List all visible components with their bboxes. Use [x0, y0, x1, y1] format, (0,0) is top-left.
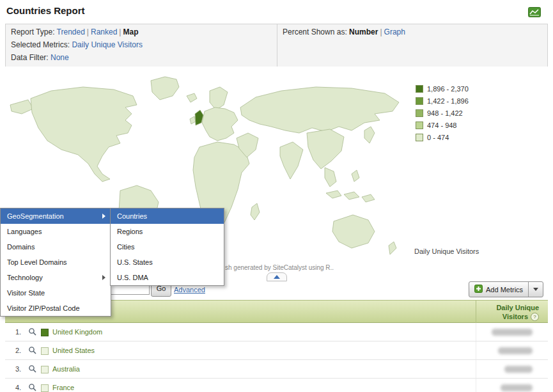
- report-options-left: Report Type: Trended|Ranked|Map Selected…: [6, 24, 277, 67]
- report-type-ranked-link[interactable]: Ranked: [91, 27, 117, 36]
- menu-item-languages[interactable]: Languages: [1, 224, 111, 239]
- map-east-asia: [307, 129, 344, 169]
- legend-swatch: [416, 85, 423, 93]
- report-context-menu: GeoSegmentation Languages Domains Top Le…: [0, 208, 111, 317]
- submenu-arrow-icon: [102, 275, 105, 280]
- row-rank: 1.: [15, 328, 21, 336]
- legend-swatch: [416, 134, 423, 141]
- report-graph-icon[interactable]: [528, 7, 541, 17]
- row-rank: 2.: [15, 347, 21, 354]
- report-type-line: Report Type: Trended|Ranked|Map: [6, 24, 277, 37]
- submenu-arrow-icon: [102, 214, 105, 219]
- percent-graph-link[interactable]: Graph: [384, 27, 405, 36]
- zoom-row-icon[interactable]: [28, 327, 37, 336]
- data-filter-label: Data Filter:: [11, 53, 49, 62]
- country-link[interactable]: United States: [52, 347, 95, 354]
- country-link[interactable]: United Kingdom: [52, 328, 102, 336]
- menu-item-top-level-domains[interactable]: Top Level Domains: [1, 255, 111, 270]
- map-australia: [332, 215, 375, 248]
- table-row: 1. United Kingdom: [5, 323, 548, 341]
- zoom-row-icon[interactable]: [28, 383, 37, 392]
- row-map-swatch: [41, 366, 49, 373]
- map-iceland: [187, 93, 197, 102]
- selected-metrics-line: Selected Metrics: Daily Unique Visitors: [6, 37, 277, 50]
- map-metric-label: Daily Unique Visitors: [414, 247, 479, 255]
- help-icon[interactable]: ?: [531, 313, 539, 321]
- percent-shown-line: Percent Shown as: Number|Graph: [277, 24, 547, 37]
- legend-swatch: [416, 122, 423, 129]
- menu-item-visitor-state[interactable]: Visitor State: [1, 285, 111, 301]
- map-greenland: [151, 77, 179, 100]
- add-metrics-dropdown[interactable]: [528, 282, 543, 297]
- legend-label: 1,896 - 2,370: [427, 85, 469, 93]
- country-link[interactable]: Australia: [52, 365, 80, 373]
- report-type-label: Report Type:: [11, 27, 54, 36]
- submenu-item-countries[interactable]: Countries: [111, 208, 224, 224]
- row-map-swatch: [41, 329, 49, 336]
- data-filter-none-link[interactable]: None: [51, 53, 69, 62]
- legend-item: 1,422 - 1,896: [416, 97, 469, 104]
- page-title: Countries Report: [6, 5, 85, 16]
- map-new-zealand: [389, 242, 396, 255]
- map-se-asia: [325, 168, 336, 187]
- advanced-link[interactable]: Advanced: [174, 286, 205, 294]
- metric-value-redacted: [504, 366, 533, 373]
- data-filter-line: Data Filter: None: [6, 50, 277, 63]
- row-rank: 4.: [15, 384, 21, 391]
- map-philippines: [352, 170, 359, 182]
- add-metrics-icon: [474, 285, 483, 294]
- map-attribution: sh generated by SiteCatalyst using R..: [225, 264, 334, 271]
- legend-item: 474 - 948: [416, 122, 469, 129]
- submenu-item-regions[interactable]: Regions: [111, 224, 224, 239]
- header-column-divider: [476, 301, 476, 324]
- submenu-item-us-states[interactable]: U.S. States: [111, 255, 224, 270]
- legend-label: 1,422 - 1,896: [427, 97, 469, 105]
- legend-item: 0 - 474: [416, 134, 469, 141]
- map-indonesia-1: [326, 191, 341, 198]
- legend-label: 948 - 1,422: [427, 109, 463, 117]
- menu-item-geosegmentation[interactable]: GeoSegmentation: [1, 208, 111, 224]
- row-map-swatch: [41, 384, 49, 392]
- map-asia-north: [240, 87, 399, 133]
- legend-label: 474 - 948: [427, 122, 456, 129]
- menu-item-visitor-zip[interactable]: Visitor ZIP/Postal Code: [1, 301, 111, 316]
- map-north-america: [31, 87, 137, 182]
- metric-column-header: Daily Unique Visitors?: [496, 303, 539, 321]
- zoom-row-icon[interactable]: [28, 365, 37, 373]
- chevron-down-icon: [533, 288, 538, 291]
- map-indonesia-2: [344, 192, 359, 200]
- map-scandinavia: [210, 87, 228, 110]
- metric-value-redacted: [492, 329, 533, 336]
- percent-number-selected: Number: [349, 27, 378, 36]
- legend-swatch: [416, 97, 423, 105]
- submenu-item-us-dma[interactable]: U.S. DMA: [111, 270, 224, 285]
- selected-metrics-label: Selected Metrics:: [11, 40, 70, 49]
- selected-metrics-link[interactable]: Daily Unique Visitors: [72, 40, 143, 49]
- report-options-panel: Report Type: Trended|Ranked|Map Selected…: [5, 24, 548, 67]
- legend-label: 0 - 474: [427, 134, 449, 141]
- table-row: 4. France: [5, 379, 548, 392]
- map-japan: [364, 127, 375, 143]
- collapse-arrow-icon: [274, 275, 280, 279]
- add-metrics-label: Add Metrics: [486, 286, 523, 294]
- submenu-item-cities[interactable]: Cities: [111, 239, 224, 255]
- map-alaska: [10, 100, 33, 114]
- report-type-map-selected: Map: [123, 27, 138, 36]
- add-metrics-button[interactable]: Add Metrics: [469, 281, 543, 297]
- map-madagascar: [251, 203, 260, 220]
- map-indonesia-3: [362, 194, 375, 202]
- country-link[interactable]: France: [52, 384, 74, 391]
- geosegmentation-submenu: Countries Regions Cities U.S. States U.S…: [110, 208, 224, 286]
- map-legend: 1,896 - 2,370 1,422 - 1,896 948 - 1,422 …: [416, 85, 469, 146]
- report-options-right: Percent Shown as: Number|Graph: [277, 24, 547, 67]
- table-row: 3. Australia: [5, 360, 548, 379]
- zoom-row-icon[interactable]: [28, 346, 37, 355]
- report-type-trended-link[interactable]: Trended: [57, 27, 85, 36]
- row-rank: 3.: [15, 365, 21, 373]
- map-ireland: [190, 116, 196, 124]
- collapse-panel-tab[interactable]: [267, 272, 287, 281]
- menu-item-technology[interactable]: Technology: [1, 270, 111, 285]
- metric-value-redacted: [498, 347, 533, 354]
- legend-item: 1,896 - 2,370: [416, 85, 469, 92]
- menu-item-domains[interactable]: Domains: [1, 239, 111, 255]
